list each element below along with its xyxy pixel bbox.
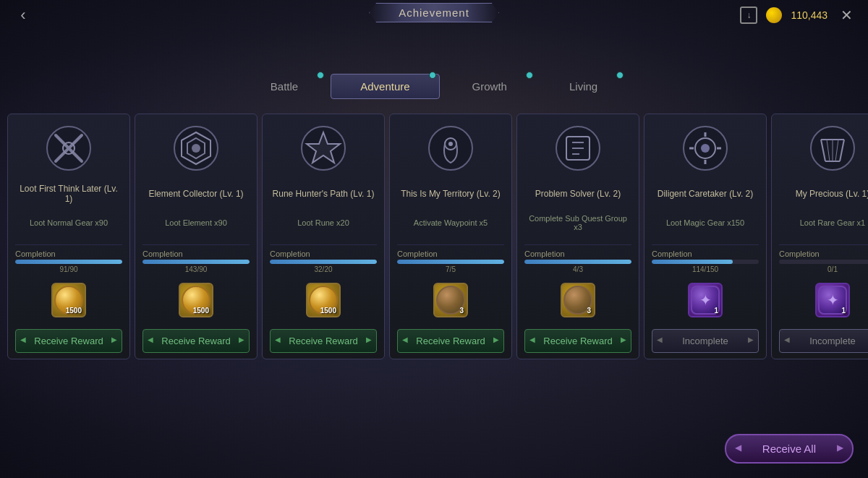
completion-label-2: Completion (270, 249, 310, 258)
card-separator-1 (142, 244, 250, 245)
card-separator-5 (652, 244, 759, 245)
completion-label-3: Completion (397, 249, 438, 258)
progress-text-0: 91/90 (15, 265, 122, 273)
progress-row-1: 143/90 (142, 260, 250, 278)
back-button[interactable]: ‹ (12, 4, 35, 27)
tab-adventure[interactable]: Adventure (331, 74, 439, 99)
header-right: ↓ 110,443 ✕ (740, 5, 856, 25)
card-separator-6 (779, 244, 868, 245)
title-banner: Achievement (369, 3, 499, 22)
tab-battle-dot (317, 72, 324, 79)
progress-row-6: 0/1 (779, 260, 868, 278)
reward-icon-5: ✦ 1 (688, 283, 723, 317)
reward-row-5: ✦ 1 (688, 281, 723, 323)
card-separator-4 (524, 244, 631, 245)
achievement-card-1: Element Collector (Lv. 1) Loot Element x… (135, 114, 258, 359)
card-task-3: Activate Waypoint x5 (414, 213, 488, 233)
achievement-card-6: My Precious (Lv. 1) Loot Rare Gear x1 Co… (771, 114, 868, 359)
progress-track-5 (652, 260, 759, 264)
progress-track-2 (270, 260, 377, 264)
card-title-4: Problem Solver (Lv. 2) (535, 181, 621, 207)
completion-label-5: Completion (652, 249, 692, 258)
card-title-5: Diligent Caretaker (Lv. 2) (658, 181, 754, 207)
reward-count-1: 1500 (193, 307, 209, 315)
coin-amount: 110,443 (791, 9, 827, 21)
completion-label-0: Completion (15, 249, 56, 258)
card-icon-6 (807, 123, 858, 174)
tab-living[interactable]: Living (540, 74, 627, 99)
card-title-6: My Precious (Lv. 1) (796, 181, 868, 207)
svg-point-20 (701, 144, 710, 153)
card-icon-0 (43, 123, 94, 174)
reward-count-2: 1500 (320, 307, 336, 315)
card-icon-4 (553, 123, 603, 174)
card-title-2: Rune Hunter's Path (Lv. 1) (273, 181, 375, 207)
progress-text-6: 0/1 (779, 265, 868, 273)
card-task-5: Loot Magic Gear x150 (666, 213, 744, 233)
cards-container: Loot First Think Later (Lv. 1) Loot Norm… (0, 105, 868, 368)
card-separator-0 (15, 244, 122, 245)
action-button-3[interactable]: Receive Reward (397, 329, 504, 353)
progress-fill-0 (15, 260, 122, 264)
progress-text-5: 114/150 (652, 265, 759, 273)
progress-text-2: 32/20 (270, 265, 377, 273)
progress-track-4 (524, 260, 631, 264)
achievement-card-3: This Is My Territory (Lv. 2) Activate Wa… (389, 114, 512, 359)
reward-icon-4: 3 (561, 283, 595, 317)
card-title-3: This Is My Territory (Lv. 2) (401, 181, 501, 207)
progress-fill-1 (142, 260, 250, 264)
page-title: Achievement (369, 3, 499, 22)
progress-track-6 (779, 260, 868, 264)
svg-point-7 (192, 144, 200, 153)
action-button-6: Incomplete (779, 329, 868, 353)
card-title-1: Element Collector (Lv. 1) (148, 181, 243, 207)
action-button-0[interactable]: Receive Reward (15, 329, 122, 353)
card-icon-3 (425, 123, 476, 174)
tab-battle[interactable]: Battle (241, 74, 328, 99)
action-button-1[interactable]: Receive Reward (142, 329, 250, 353)
progress-track-1 (142, 260, 250, 264)
progress-row-5: 114/150 (652, 260, 759, 278)
tab-living-dot (616, 72, 624, 79)
progress-row-4: 4/3 (524, 260, 631, 278)
progress-track-3 (397, 260, 504, 264)
action-button-5: Incomplete (652, 329, 759, 353)
reward-count-3: 3 (459, 307, 464, 315)
achievement-card-2: Rune Hunter's Path (Lv. 1) Loot Rune x20… (262, 114, 385, 359)
reward-row-3: 3 (433, 281, 468, 323)
reward-count-0: 1500 (66, 307, 82, 315)
reward-row-2: 1500 (306, 281, 341, 323)
reward-count-4: 3 (587, 307, 591, 315)
completion-label-6: Completion (779, 249, 820, 258)
close-button[interactable]: ✕ (836, 5, 856, 25)
progress-row-3: 7/5 (397, 260, 504, 278)
receive-all-button[interactable]: Receive All (725, 434, 854, 464)
svg-point-12 (448, 142, 453, 146)
reward-icon-3: 3 (433, 283, 468, 317)
progress-fill-5 (652, 260, 733, 264)
tab-growth[interactable]: Growth (443, 74, 537, 99)
reward-row-4: 3 (561, 281, 595, 323)
progress-text-1: 143/90 (142, 265, 250, 273)
card-task-4: Complete Sub Quest Group x3 (524, 213, 631, 233)
reward-icon-2: 1500 (306, 283, 341, 317)
card-icon-5 (680, 123, 731, 174)
achievement-card-4: Problem Solver (Lv. 2) Complete Sub Ques… (516, 114, 639, 359)
reward-count-5: 1 (714, 307, 718, 315)
reward-row-1: 1500 (179, 281, 213, 323)
action-button-4[interactable]: Receive Reward (524, 329, 631, 353)
achievement-card-5: Diligent Caretaker (Lv. 2) Loot Magic Ge… (644, 114, 767, 359)
reward-icon-6: ✦ 1 (815, 283, 850, 317)
download-icon[interactable]: ↓ (740, 7, 757, 24)
reward-row-6: ✦ 1 (815, 281, 850, 323)
progress-row-2: 32/20 (270, 260, 377, 278)
card-title-0: Loot First Think Later (Lv. 1) (15, 181, 122, 207)
bottom-bar: Receive All (725, 434, 854, 464)
card-task-0: Loot Normal Gear x90 (30, 213, 108, 233)
reward-count-6: 1 (841, 307, 846, 315)
reward-row-0: 1500 (51, 281, 86, 323)
action-button-2[interactable]: Receive Reward (270, 329, 377, 353)
card-separator-3 (397, 244, 504, 245)
completion-label-1: Completion (142, 249, 183, 258)
card-icon-2 (298, 123, 349, 174)
